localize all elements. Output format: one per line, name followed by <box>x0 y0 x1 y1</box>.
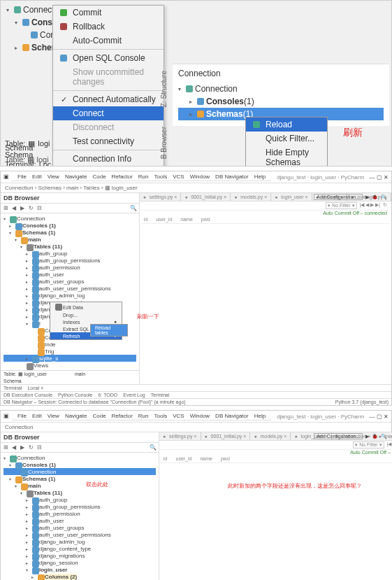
refresh-icon[interactable]: ↻ <box>29 444 35 451</box>
window-controls[interactable]: — ▢ ✕ <box>370 413 389 420</box>
menu-vcs[interactable]: VCS <box>173 413 184 419</box>
editor-tab[interactable]: ●settings.py × <box>159 432 201 440</box>
db-tree-row[interactable]: ▸auth_user_user_permissions <box>3 531 156 538</box>
search-icon[interactable]: 🔍 <box>130 205 136 211</box>
nav-icons[interactable]: |◀ ◀ ▶ ▶| <box>387 441 392 448</box>
db-tree-row[interactable]: ▸Columns (2) <box>3 573 156 580</box>
search-icon[interactable]: 🔍 <box>381 434 387 439</box>
menu-item-reload[interactable]: Reload <box>246 118 327 132</box>
nav-next-icon[interactable]: ▶ <box>20 444 27 451</box>
menu-item-connect-automatically[interactable]: ✓Connect Automatically <box>53 92 164 106</box>
menu-edit[interactable]: Edit <box>32 174 42 180</box>
main-menu[interactable]: FileEditViewNavigateCodeRefactorRunTools… <box>12 412 271 420</box>
db-tree-row[interactable]: ▸auth_user_groups <box>3 278 136 285</box>
menu-file[interactable]: File <box>17 174 27 180</box>
menu-item-connect[interactable]: Connect <box>53 106 164 120</box>
editor-tab[interactable]: ●0001_initial.py × <box>201 432 251 440</box>
db-tree-row[interactable]: ▸django_migrations <box>3 552 156 559</box>
menu-navigate[interactable]: Navigate <box>65 174 87 180</box>
add-config-dropdown[interactable]: Add Configuration... <box>314 433 363 439</box>
db-tree-row[interactable]: ▸django_content_type <box>3 545 156 552</box>
db-tree-row[interactable]: Trig <box>3 348 136 355</box>
db-tree-row[interactable]: ▾Schemas (1) <box>3 229 136 236</box>
menu-item-auto-commit[interactable]: Auto-Commit <box>53 34 164 48</box>
tree-row[interactable]: ▸Consoles (1) <box>178 95 384 108</box>
editor-tab[interactable]: ●0001_initial.py × <box>181 193 231 201</box>
db-tree-row[interactable]: ▾Connection <box>3 454 156 461</box>
run-icon[interactable]: ▶ <box>365 434 369 439</box>
ctx-edit-data[interactable]: Edit Data <box>50 302 122 312</box>
db-tree-row[interactable]: ▸auth_permission <box>3 264 136 271</box>
tool-tab[interactable]: Python Console <box>58 392 92 397</box>
db-tree[interactable]: ▾Connection▸Consoles (1)▾Schemas (1)▾mai… <box>1 213 139 370</box>
db-toolbar[interactable]: ⊞ ◀ ▶ ↻ ⊟ 🔍 <box>1 204 139 213</box>
db-tree-row[interactable]: ▸django_admin_log <box>3 538 156 545</box>
add-config-dropdown[interactable]: Add Configuration... <box>314 194 363 200</box>
menu-help[interactable]: Help <box>254 413 266 419</box>
db-tree-row[interactable]: ▸auth_permission <box>3 510 156 517</box>
menu-view[interactable]: View <box>48 174 59 180</box>
breadcrumb[interactable]: Connection <box>1 423 391 432</box>
menu-file[interactable]: File <box>17 413 27 419</box>
menu-item-quick-filter-[interactable]: Quick Filter... <box>246 132 327 146</box>
search-icon[interactable]: 🔍 <box>381 194 387 200</box>
run-config-area[interactable]: Add Configuration... ▶ 🐞 🔍 <box>314 194 387 200</box>
db-tree-row[interactable]: ▸auth_group <box>3 496 156 503</box>
db-tree-row[interactable]: ▾Schemas (1) <box>3 475 156 482</box>
menu-run[interactable]: Run <box>138 413 149 419</box>
menu-db navigator[interactable]: DB Navigator <box>215 413 249 419</box>
menu-item-hide-empty-schemas[interactable]: Hide Empty Schemas <box>246 146 327 167</box>
db-tree-row[interactable]: Inde <box>3 341 136 348</box>
breadcrumb[interactable]: Connection › Schemas › main › Tables › ▦… <box>1 183 391 193</box>
ctx-reload-tables[interactable]: Reload tables <box>91 325 127 336</box>
nav-prev-icon[interactable]: ◀ <box>12 205 18 211</box>
status-tab[interactable]: Local × <box>27 386 43 390</box>
editor-tab[interactable]: ●models.py × <box>231 193 271 201</box>
menu-item-open-sql-console[interactable]: Open SQL Console <box>53 51 164 65</box>
refresh-icon[interactable]: ↻ <box>29 205 35 211</box>
debug-icon[interactable]: 🐞 <box>372 434 378 439</box>
menu-view[interactable]: View <box>48 413 59 419</box>
db-tree-row[interactable]: Connection <box>3 468 156 475</box>
menu-vcs[interactable]: VCS <box>173 174 184 180</box>
menu-refactor[interactable]: Refactor <box>112 174 133 180</box>
nav-next-icon[interactable]: ▶ <box>20 205 27 211</box>
expand-icon[interactable]: ⊞ <box>3 205 10 211</box>
status-left[interactable]: TerminalLocal × <box>3 386 43 390</box>
run-config-area[interactable]: Add Configuration... ▶ 🐞 🔍 <box>314 433 387 439</box>
db-tree-row[interactable]: ▸auth_group_permissions <box>3 503 156 510</box>
db-tree-row[interactable]: ▸sqlite_s <box>3 355 136 362</box>
status-tool-tabs[interactable]: DB Execution ConsolePython Console6: TOD… <box>3 392 169 397</box>
menu-edit[interactable]: Edit <box>32 413 42 419</box>
db-tree-row[interactable]: ▾Connection <box>3 215 136 222</box>
refresh-submenu[interactable]: Reload tables <box>90 324 128 337</box>
nav-icons[interactable]: |◀ ◀ ▶ ▶| <box>360 202 380 209</box>
menu-navigate[interactable]: Navigate <box>65 413 87 419</box>
menu-help[interactable]: Help <box>254 174 266 180</box>
db-tree-row[interactable]: ▾main <box>3 236 136 243</box>
menu-item-settings[interactable]: Settings <box>53 166 164 167</box>
menu-item-rollback[interactable]: Rollback <box>53 20 164 34</box>
search-icon[interactable]: 🔍 <box>150 444 156 451</box>
menu-tools[interactable]: Tools <box>154 174 168 180</box>
menu-run[interactable]: Run <box>138 174 149 180</box>
schemas-context-menu[interactable]: ReloadQuick Filter...Hide Empty Schemas <box>245 117 328 167</box>
tool-tab[interactable]: Terminal <box>151 392 169 397</box>
db-tree-row[interactable]: ▸django_admin_log <box>3 292 136 299</box>
db-tree-row[interactable]: ▸auth_user_user_permissions <box>3 285 136 292</box>
menu-item-connection-info[interactable]: Connection Info <box>53 152 164 166</box>
menu-item-commit[interactable]: Commit <box>53 6 164 20</box>
tool-tab[interactable]: Event Log <box>123 392 145 397</box>
debug-icon[interactable]: 🐞 <box>372 194 378 200</box>
menu-window[interactable]: Window <box>190 174 210 180</box>
editor-tab[interactable]: ●models.py × <box>250 432 291 440</box>
menu-tools[interactable]: Tools <box>154 413 168 419</box>
menu-item-test-connectivity[interactable]: Test connectivity <box>53 134 164 148</box>
editor-tab[interactable]: ●settings.py × <box>140 193 182 201</box>
db-tree-row[interactable]: ▾Tables (11) <box>3 489 156 496</box>
menu-code[interactable]: Code <box>92 413 106 419</box>
db-toolbar[interactable]: ⊞ ◀ ▶ ↻ ⊟ 🔍 <box>1 443 159 453</box>
db-tree-row[interactable]: ▸auth_user <box>3 517 156 524</box>
db-tree-row[interactable]: ▾login_user <box>3 566 156 573</box>
db-tree[interactable]: ▾Connection▾Consoles (1)Connection▾Schem… <box>1 453 159 580</box>
